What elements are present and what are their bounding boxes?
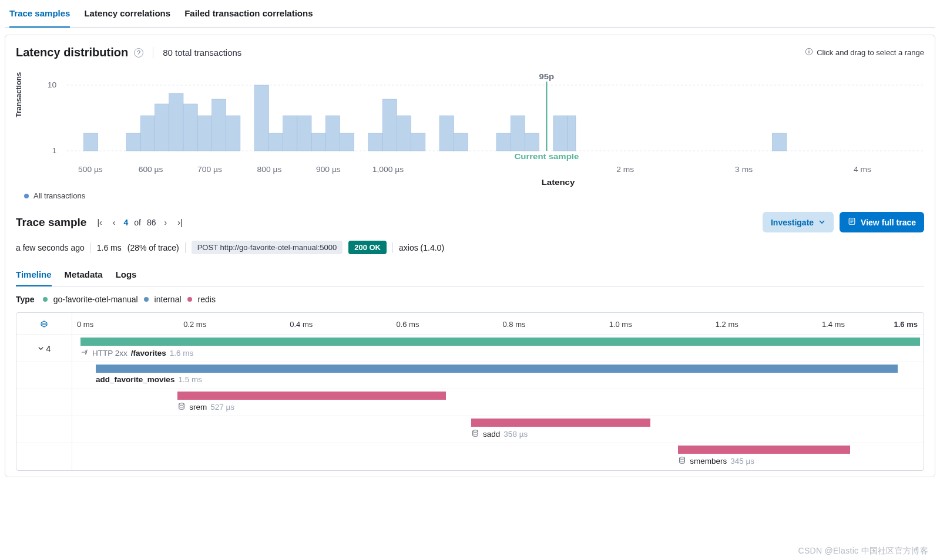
- svg-rect-29: [496, 133, 511, 151]
- subtab-timeline[interactable]: Timeline: [16, 264, 52, 286]
- waterfall-timeline: 0 ms0.2 ms0.4 ms0.6 ms0.8 ms1.0 ms1.2 ms…: [16, 312, 924, 471]
- svg-rect-19: [297, 116, 311, 151]
- svg-rect-7: [83, 133, 98, 151]
- sample-pct: (28% of trace): [127, 243, 179, 252]
- span-bar[interactable]: [96, 365, 898, 373]
- svg-text:600 µs: 600 µs: [139, 166, 163, 174]
- info-icon: [805, 48, 813, 58]
- svg-rect-16: [254, 85, 268, 151]
- divider: [90, 242, 91, 253]
- timeline-tick: 1.6 ms: [894, 319, 918, 328]
- document-icon: [848, 217, 856, 227]
- svg-rect-15: [226, 116, 240, 151]
- chevron-down-icon: [818, 218, 825, 227]
- svg-rect-8: [126, 133, 140, 151]
- span-label[interactable]: add_favorite_movies1.5 ms: [96, 375, 202, 384]
- type-redis: redis: [198, 295, 216, 304]
- svg-rect-12: [183, 104, 197, 151]
- svg-rect-13: [197, 116, 212, 151]
- svg-rect-11: [169, 93, 183, 151]
- timeline-tick: 1.2 ms: [716, 319, 738, 328]
- tab-trace-samples[interactable]: Trace samples: [9, 0, 70, 28]
- svg-text:700 µs: 700 µs: [197, 166, 222, 174]
- svg-text:1,000 µs: 1,000 µs: [372, 166, 404, 174]
- span-bar[interactable]: [177, 392, 446, 400]
- trace-panel: Latency distribution ? 80 total transact…: [5, 35, 935, 477]
- row-count: 4: [46, 344, 51, 353]
- timeline-spans: HTTP 2xx/favorites1.6 msadd_favorite_mov…: [72, 335, 924, 470]
- latency-histogram[interactable]: Transactions 10 1 95p Current sample 500…: [16, 68, 924, 188]
- watermark: CSDN @Elastic 中国社区官方博客: [798, 546, 929, 556]
- svg-text:3 ms: 3 ms: [735, 166, 753, 174]
- svg-rect-34: [773, 133, 787, 151]
- span-label[interactable]: HTTP 2xx/favorites1.6 ms: [80, 348, 193, 358]
- type-legend: Type go-favorite-otel-manual internal re…: [16, 295, 924, 304]
- tab-latency-correlations[interactable]: Latency correlations: [84, 0, 170, 28]
- pager-of: of: [134, 218, 141, 227]
- svg-rect-25: [397, 116, 411, 151]
- timeline-tick: 0.4 ms: [290, 319, 313, 328]
- timeline-tick: 0.2 ms: [183, 319, 206, 328]
- span-bar[interactable]: [471, 419, 650, 427]
- chart-legend: All transactions: [16, 188, 924, 200]
- pager-last-icon[interactable]: ›|: [175, 217, 184, 228]
- pager-total: 86: [147, 218, 156, 227]
- timeline-tick: 0.8 ms: [503, 319, 526, 328]
- svg-text:Current sample: Current sample: [514, 152, 579, 161]
- span-label[interactable]: srem527 µs: [177, 402, 234, 412]
- pager-next-icon[interactable]: ›: [162, 217, 169, 228]
- span-bar[interactable]: [80, 338, 920, 346]
- timeline-header: 0 ms0.2 ms0.4 ms0.6 ms0.8 ms1.0 ms1.2 ms…: [16, 313, 924, 335]
- request-badge: POST http://go-favorite-otel-manual:5000: [192, 241, 343, 254]
- pager-prev-icon[interactable]: ‹: [110, 217, 118, 228]
- distribution-header: Latency distribution ? 80 total transact…: [16, 46, 924, 59]
- svg-rect-31: [525, 133, 539, 151]
- database-icon: [177, 402, 186, 412]
- svg-text:Latency: Latency: [542, 178, 575, 187]
- subtab-metadata[interactable]: Metadata: [65, 264, 103, 286]
- legend-dot-icon: [144, 297, 149, 302]
- svg-point-56: [680, 457, 685, 460]
- tab-failed-correlations[interactable]: Failed transaction correlations: [184, 0, 313, 28]
- collapse-all-icon[interactable]: [16, 313, 72, 335]
- view-full-trace-button[interactable]: View full trace: [840, 212, 924, 232]
- main-tabs: Trace samples Latency correlations Faile…: [5, 0, 935, 28]
- timeline-tick: 1.4 ms: [822, 319, 845, 328]
- svg-rect-23: [368, 133, 382, 151]
- pager-first-icon[interactable]: |‹: [95, 217, 104, 228]
- svg-rect-10: [155, 104, 169, 151]
- distribution-total: 80 total transactions: [163, 48, 241, 58]
- subtab-logs[interactable]: Logs: [116, 264, 137, 286]
- sample-meta: a few seconds ago 1.6 ms (28% of trace) …: [16, 241, 924, 254]
- divider: [153, 47, 153, 59]
- svg-text:1: 1: [52, 147, 57, 155]
- type-go: go-favorite-otel-manual: [53, 295, 138, 304]
- svg-rect-26: [411, 133, 425, 151]
- trace-sample-title: Trace sample: [16, 216, 86, 229]
- timeline-body: 4 HTTP 2xx/favorites1.6 msadd_favorite_m…: [16, 335, 924, 470]
- svg-rect-17: [268, 133, 283, 151]
- sample-tabs: Timeline Metadata Logs: [16, 264, 924, 286]
- svg-rect-27: [439, 116, 454, 151]
- database-icon: [678, 456, 686, 466]
- http-icon: [80, 348, 89, 358]
- legend-dot-icon: [43, 297, 48, 302]
- help-icon[interactable]: ?: [134, 48, 143, 58]
- svg-rect-22: [340, 133, 354, 151]
- legend-label: All transactions: [33, 191, 85, 200]
- svg-rect-33: [568, 116, 576, 151]
- timeline-tick: 0.6 ms: [396, 319, 419, 328]
- span-bar[interactable]: [678, 446, 850, 454]
- svg-rect-9: [140, 116, 155, 151]
- row-toggle[interactable]: 4: [16, 335, 72, 362]
- divider: [185, 242, 186, 253]
- svg-rect-2: [809, 50, 810, 50]
- investigate-button[interactable]: Investigate: [763, 212, 834, 232]
- status-badge: 200 OK: [348, 241, 387, 254]
- span-label[interactable]: sadd358 µs: [471, 429, 528, 439]
- divider: [392, 242, 393, 253]
- span-label[interactable]: smembers345 µs: [678, 456, 754, 466]
- svg-rect-18: [283, 116, 297, 151]
- trace-sample-header: Trace sample |‹ ‹ 4 of 86 › ›| Investiga…: [16, 212, 924, 232]
- svg-point-54: [179, 403, 184, 406]
